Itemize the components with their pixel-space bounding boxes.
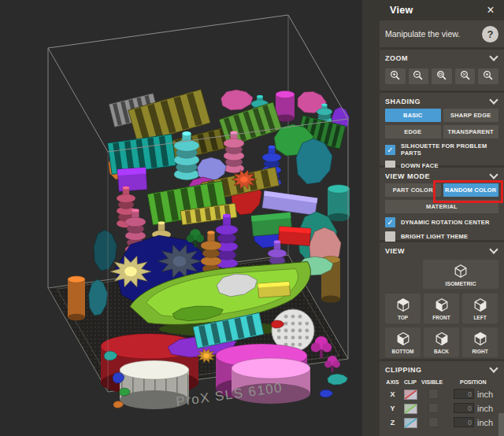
view-mode-section-label: VIEW MODE: [385, 172, 430, 180]
shading-sharp-edge-button[interactable]: SHARP EDGE: [443, 109, 499, 122]
clipping-table-header: AXIS CLIP VISIBLE POSITION: [385, 379, 498, 385]
dynamic-rotation-center-label: DYNAMIC ROTATION CENTER: [401, 219, 490, 226]
shading-basic-button[interactable]: BASIC: [385, 109, 441, 122]
bottom-view-label: BOTTOM: [391, 349, 413, 354]
panel-title: View: [390, 0, 413, 20]
top-view-button[interactable]: TOP: [385, 294, 421, 323]
zoom-out-button[interactable]: [409, 68, 429, 84]
clip-unit-z: inch: [477, 418, 493, 427]
chevron-down-icon[interactable]: [489, 95, 498, 104]
isometric-view-button[interactable]: ISOMETRIC: [423, 260, 498, 289]
back-view-button[interactable]: BACK: [424, 327, 459, 357]
shading-section-header: SHADING: [385, 98, 498, 105]
cube-right-icon: [472, 331, 488, 347]
view-mode-section: VIEW MODE PART COLOR RANDOM COLOR MATERI…: [380, 168, 504, 240]
silhouette-for-problem-parts-checkbox[interactable]: ✓: [385, 145, 395, 155]
zoom-window-button[interactable]: [432, 68, 452, 84]
clip-plane-z-icon[interactable]: [404, 417, 417, 427]
bright-light-theme-label: BRIGHT LIGHT THEME: [401, 233, 468, 240]
clip-position-input-z[interactable]: [454, 417, 474, 427]
axis-label-y: Y: [385, 405, 400, 412]
build-volume-3d-scene: ProX SLS 6100: [0, 0, 362, 436]
scrollbar-thumb[interactable]: [498, 413, 504, 436]
bottom-view-button[interactable]: BOTTOM: [385, 327, 421, 357]
close-icon[interactable]: ×: [483, 2, 498, 18]
zoom-extents-button[interactable]: [455, 68, 476, 84]
part-color-button[interactable]: PART COLOR: [385, 183, 441, 197]
shading-transparent-button[interactable]: TRANSPARENT: [443, 125, 499, 139]
visible-column-header: VISIBLE: [421, 379, 443, 385]
left-view-label: LEFT: [473, 315, 486, 320]
silhouette-for-problem-parts-label: SILHOUETTE FOR PROBLEM PARTS: [401, 142, 498, 157]
view-section-header: VIEW: [385, 247, 498, 255]
clip-visible-checkbox-z[interactable]: [428, 417, 439, 427]
clip-unit-x: inch: [477, 390, 493, 399]
zoom-section: ZOOM: [380, 50, 504, 91]
shading-section: SHADING BASIC SHARP EDGE EDGE TRANSPAREN…: [380, 93, 504, 165]
clip-position-input-x[interactable]: [454, 389, 474, 399]
zoom-section-header: ZOOM: [385, 54, 498, 62]
chevron-down-icon[interactable]: [489, 170, 498, 179]
view-section-label: VIEW: [385, 247, 405, 255]
cube-left-icon: [472, 297, 488, 313]
chevron-down-icon[interactable]: [489, 245, 498, 253]
view-mode-section-header: VIEW MODE: [385, 172, 498, 180]
cube-bottom-icon: [395, 331, 411, 347]
cube-icon: [453, 263, 469, 279]
clip-position-input-y[interactable]: [454, 403, 474, 413]
panel-content: Manipulate the view. ? ZOOM: [380, 20, 504, 436]
material-button[interactable]: MATERIAL: [385, 200, 498, 213]
clipping-row-z: Z inch: [385, 417, 498, 427]
clipping-section: CLIPPING AXIS CLIP VISIBLE POSITION X in…: [380, 361, 504, 436]
view-direction-grid: TOP FRONT LEFT BOTTOM: [385, 294, 498, 357]
bright-light-theme-checkbox[interactable]: [385, 231, 395, 242]
shading-section-label: SHADING: [385, 98, 421, 105]
view-section: VIEW ISOMETRIC TOP FRONT: [380, 242, 504, 359]
clipping-row-y: Y inch: [385, 403, 498, 413]
clip-visible-checkbox-y[interactable]: [428, 403, 439, 413]
dynamic-rotation-center-checkbox[interactable]: ✓: [385, 217, 395, 227]
view-panel: View × Manipulate the view. ? ZOOM: [362, 0, 504, 436]
back-view-label: BACK: [434, 349, 449, 354]
front-view-label: FRONT: [432, 315, 450, 320]
cube-back-icon: [434, 331, 450, 347]
panel-description: Manipulate the view.: [385, 29, 460, 39]
clip-column-header: CLIP: [404, 379, 416, 385]
clip-plane-x-icon[interactable]: [404, 389, 417, 399]
zoom-in-button[interactable]: [385, 68, 406, 84]
application-window: ProX SLS 6100 View × Manipulate the view…: [0, 0, 504, 436]
clip-visible-checkbox-x[interactable]: [428, 389, 439, 399]
isometric-view-label: ISOMETRIC: [446, 281, 476, 286]
clipping-row-x: X inch: [385, 389, 498, 399]
left-view-button[interactable]: LEFT: [462, 294, 498, 323]
zoom-selected-button[interactable]: [478, 68, 498, 84]
cube-front-icon: [434, 297, 450, 313]
clip-unit-y: inch: [477, 404, 493, 413]
position-column-header: POSITION: [460, 379, 491, 385]
axis-column-header: AXIS: [385, 379, 400, 385]
axis-label-z: Z: [385, 419, 400, 427]
front-view-button[interactable]: FRONT: [424, 294, 459, 323]
description-card: Manipulate the view. ?: [380, 20, 504, 47]
zoom-section-label: ZOOM: [385, 54, 408, 62]
zoom-buttons-row: [385, 68, 498, 84]
cube-top-icon: [395, 297, 411, 313]
clipping-section-header: CLIPPING: [385, 366, 498, 374]
top-view-label: TOP: [398, 315, 408, 320]
right-view-label: RIGHT: [472, 349, 487, 354]
axis-label-x: X: [385, 390, 400, 398]
chevron-down-icon[interactable]: [489, 52, 498, 61]
shading-edge-button[interactable]: EDGE: [385, 125, 441, 139]
chevron-down-icon[interactable]: [489, 364, 498, 372]
clip-plane-y-icon[interactable]: [404, 403, 417, 413]
right-view-button[interactable]: RIGHT: [462, 327, 498, 357]
clipping-section-label: CLIPPING: [385, 366, 422, 374]
help-icon[interactable]: ?: [482, 26, 498, 42]
3d-viewport[interactable]: ProX SLS 6100: [0, 0, 362, 436]
random-color-button[interactable]: RANDOM COLOR: [443, 183, 499, 197]
